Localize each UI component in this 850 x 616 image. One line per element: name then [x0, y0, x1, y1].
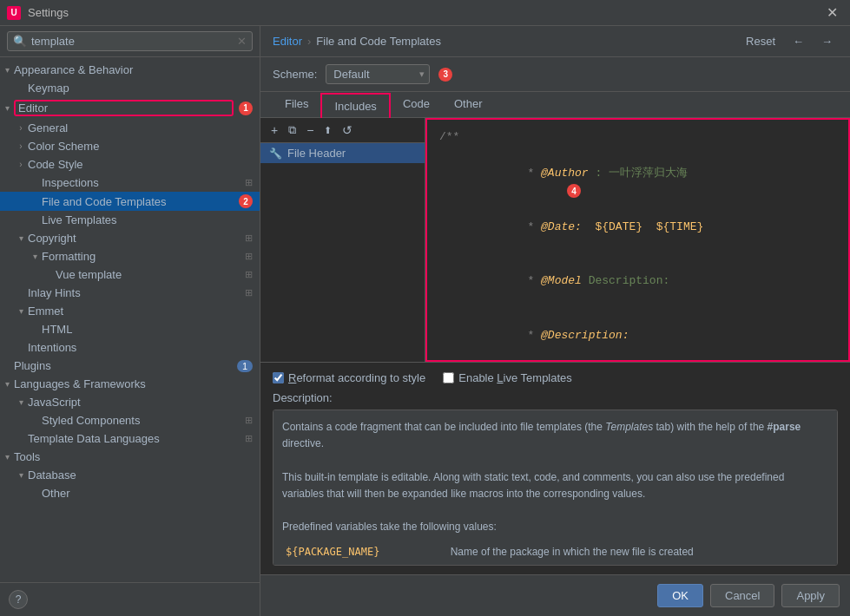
tab-code[interactable]: Code — [391, 92, 442, 117]
reformat-checkbox[interactable]: Reformat according to style — [273, 371, 425, 384]
expand-icon: ▾ — [0, 103, 14, 113]
search-box: 🔍 ✕ — [0, 26, 260, 57]
file-list: 🔧 File Header — [260, 143, 425, 362]
file-icon: 🔧 — [269, 147, 282, 160]
expand-icon: › — [14, 160, 28, 169]
sidebar-item-vue-template[interactable]: Vue template ⊞ — [0, 265, 260, 284]
app-icon: U — [7, 6, 21, 20]
code-editor[interactable]: /** * @Author : 一叶浮萍归大海 * @Date: ${DATE}… — [425, 118, 850, 362]
remove-button[interactable]: − — [303, 121, 317, 139]
search-input-wrap: 🔍 ✕ — [7, 31, 253, 51]
scheme-select[interactable]: Default Project — [326, 64, 430, 84]
bottom-buttons: OK Cancel Apply — [260, 574, 850, 616]
sidebar-item-inlay-hints[interactable]: Inlay Hints ⊞ — [0, 284, 260, 302]
settings-tree-panel: 🔍 ✕ ▾ Appearance & Behavior Keymap ▾ Edi… — [0, 26, 260, 616]
sidebar-item-appearance[interactable]: ▾ Appearance & Behavior — [0, 61, 260, 79]
expand-icon: ▾ — [14, 397, 28, 407]
add-button[interactable]: + — [267, 121, 281, 139]
sidebar-item-other[interactable]: Other — [0, 484, 260, 502]
ext-icon: ⊞ — [245, 233, 253, 244]
breadcrumb: Editor › File and Code Templates — [273, 35, 441, 48]
breadcrumb-sep: › — [307, 35, 311, 48]
ext-icon: ⊞ — [245, 415, 253, 426]
sidebar-item-javascript[interactable]: ▾ JavaScript — [0, 393, 260, 411]
sidebar-item-tools[interactable]: ▾ Tools — [0, 448, 260, 466]
sidebar-item-inspections[interactable]: Inspections ⊞ — [0, 174, 260, 192]
scheme-badge: 3 — [438, 68, 452, 82]
tabs-bar: Files Includes Code Other — [260, 92, 850, 118]
expand-icon: ▾ — [14, 306, 28, 316]
title-bar: U Settings ✕ — [0, 0, 850, 26]
file-list-panel: + ⧉ − ⬆ ↺ 🔧 File Header — [260, 118, 425, 362]
code-line: * @Date: ${DATE} ${TIME} — [439, 200, 836, 254]
scheme-label: Scheme: — [273, 68, 317, 81]
reset-template-button[interactable]: ↺ — [339, 121, 356, 139]
expand-icon: › — [14, 141, 28, 151]
move-up-button[interactable]: ⬆ — [320, 123, 335, 138]
sidebar-item-general[interactable]: › General — [0, 119, 260, 137]
expand-icon: ▾ — [0, 452, 14, 462]
header-actions: Reset ← → — [741, 33, 838, 49]
checkbox-row: Reformat according to style Enable Live … — [273, 371, 838, 384]
ok-button[interactable]: OK — [657, 584, 703, 607]
sidebar-item-formatting[interactable]: ▾ Formatting ⊞ — [0, 247, 260, 265]
templates-badge: 2 — [239, 194, 253, 208]
sidebar-item-emmet[interactable]: ▾ Emmet — [0, 302, 260, 320]
settings-content-panel: Editor › File and Code Templates Reset ←… — [260, 26, 850, 616]
plugins-badge: 1 — [237, 360, 253, 372]
reset-button[interactable]: Reset — [741, 33, 781, 49]
tab-includes[interactable]: Includes — [320, 93, 390, 118]
sidebar-item-intentions[interactable]: Intentions — [0, 338, 260, 357]
expand-icon: ▾ — [0, 65, 14, 75]
description-box: Contains a code fragment that can be inc… — [273, 410, 838, 566]
settings-tree: ▾ Appearance & Behavior Keymap ▾ Editor … — [0, 57, 260, 582]
sidebar-item-plugins[interactable]: Plugins 1 — [0, 357, 260, 375]
window-title: Settings — [28, 6, 69, 19]
sidebar-item-copyright[interactable]: ▾ Copyright ⊞ — [0, 229, 260, 247]
code-line: * @Model Description: — [439, 255, 836, 309]
copy-button[interactable]: ⧉ — [285, 121, 300, 139]
sidebar-item-live-templates[interactable]: Live Templates — [0, 211, 260, 229]
tab-files[interactable]: Files — [273, 92, 320, 117]
sidebar-item-languages[interactable]: ▾ Languages & Frameworks — [0, 375, 260, 393]
header-bar: Editor › File and Code Templates Reset ←… — [260, 26, 850, 57]
search-clear-icon[interactable]: ✕ — [237, 35, 247, 48]
ext-icon: ⊞ — [245, 177, 253, 188]
sidebar-item-template-data-languages[interactable]: Template Data Languages ⊞ — [0, 429, 260, 448]
var-user: ${USER} — [282, 563, 447, 567]
breadcrumb-editor: Editor — [273, 35, 302, 48]
search-icon: 🔍 — [13, 35, 27, 48]
sidebar-item-styled-components[interactable]: Styled Components ⊞ — [0, 411, 260, 429]
ext-icon: ⊞ — [245, 269, 253, 280]
editor-badge: 1 — [239, 102, 253, 115]
sidebar-item-html[interactable]: HTML — [0, 320, 260, 338]
sidebar-item-color-scheme[interactable]: › Color Scheme — [0, 137, 260, 155]
apply-button[interactable]: Apply — [781, 584, 840, 607]
search-input[interactable] — [31, 35, 237, 48]
live-templates-checkbox[interactable]: Enable Live Templates — [443, 371, 572, 384]
ext-icon: ⊞ — [245, 251, 253, 262]
file-item-header[interactable]: 🔧 File Header — [260, 143, 425, 163]
sidebar-item-keymap[interactable]: Keymap — [0, 79, 260, 97]
close-button[interactable]: ✕ — [821, 3, 843, 23]
expand-icon: › — [14, 123, 28, 133]
ext-icon: ⊞ — [245, 433, 253, 444]
var-package-name: ${PACKAGE_NAME} — [282, 542, 447, 562]
back-button[interactable]: ← — [787, 33, 809, 49]
expand-icon: ▾ — [0, 379, 14, 389]
cancel-button[interactable]: Cancel — [710, 584, 774, 607]
forward-button[interactable]: → — [816, 33, 838, 49]
expand-icon: ▾ — [28, 252, 42, 261]
sidebar-item-database[interactable]: ▾ Database — [0, 466, 260, 484]
description-title: Description: — [273, 391, 838, 404]
description-area: Reformat according to style Enable Live … — [260, 362, 850, 574]
sidebar-item-editor[interactable]: ▾ Editor 1 — [0, 97, 260, 119]
tab-other[interactable]: Other — [442, 92, 495, 117]
help-button[interactable]: ? — [9, 590, 28, 609]
sidebar-item-code-style[interactable]: › Code Style — [0, 155, 260, 174]
sidebar-item-file-code-templates[interactable]: File and Code Templates 2 — [0, 192, 260, 211]
code-line: /** — [439, 128, 836, 147]
expand-icon: ▾ — [14, 233, 28, 243]
expand-icon: ▾ — [14, 470, 28, 480]
ext-icon: ⊞ — [245, 287, 253, 298]
